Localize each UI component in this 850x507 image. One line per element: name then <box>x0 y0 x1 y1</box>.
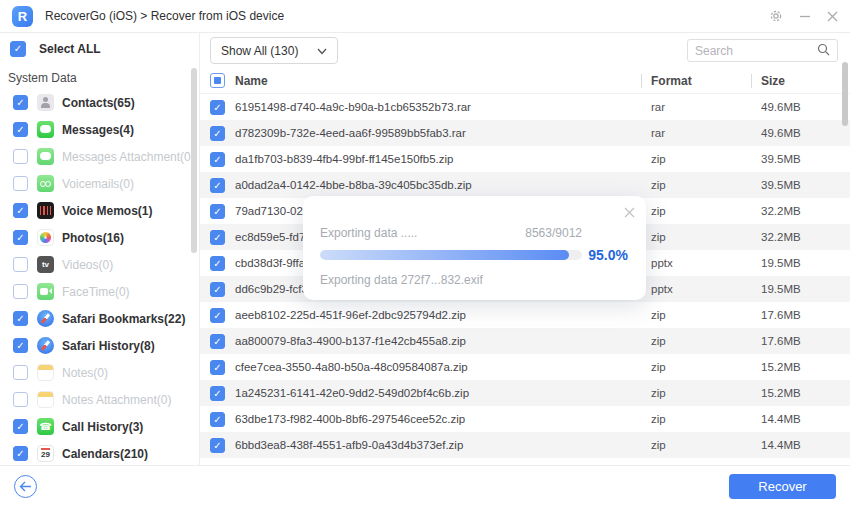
category-label: Safari Bookmarks(22) <box>62 312 185 326</box>
row-checkbox[interactable] <box>210 230 225 245</box>
table-row[interactable]: da1fb703-b839-4fb4-99bf-ff145e150fb5.zip… <box>200 146 850 172</box>
table-row[interactable]: aa800079-8fa3-4900-b137-f1e42cb455a8.zip… <box>200 328 850 354</box>
sidebar-category-item[interactable]: Calendars(210) <box>0 440 199 467</box>
breadcrumb: RecoverGo (iOS) > Recover from iOS devic… <box>45 9 284 23</box>
photos-icon <box>37 229 54 246</box>
recover-button[interactable]: Recover <box>729 474 836 499</box>
category-checkbox[interactable] <box>13 122 28 137</box>
category-checkbox[interactable] <box>13 230 28 245</box>
column-header-format[interactable]: Format <box>645 74 755 88</box>
notes-icon <box>37 364 54 381</box>
category-label: Safari History(8) <box>62 339 155 353</box>
search-input[interactable] <box>695 44 817 58</box>
category-checkbox[interactable] <box>13 419 28 434</box>
category-checkbox[interactable] <box>13 95 28 110</box>
gear-icon[interactable] <box>769 9 783 23</box>
sidebar-category-item[interactable]: Notes(0) <box>0 359 199 386</box>
row-checkbox[interactable] <box>210 438 225 453</box>
search-box[interactable] <box>687 39 838 62</box>
section-label-system-data: System Data <box>0 65 199 89</box>
column-header-size[interactable]: Size <box>755 74 850 88</box>
row-checkbox[interactable] <box>210 256 225 271</box>
file-size: 17.6MB <box>755 335 850 347</box>
facetime-icon <box>37 283 54 300</box>
sidebar-category-item[interactable]: Videos(0) <box>0 251 199 278</box>
file-format: zip <box>645 335 755 347</box>
row-checkbox[interactable] <box>210 334 225 349</box>
footer-bar: Recover <box>0 465 850 507</box>
table-row[interactable]: 6bbd3ea8-438f-4551-afb9-0a43d4b373ef.zip… <box>200 432 850 458</box>
table-row[interactable]: aeeb8102-225d-451f-96ef-2dbc925794d2.zip… <box>200 302 850 328</box>
category-label: Voice Memos(1) <box>62 204 152 218</box>
category-checkbox[interactable] <box>13 284 28 299</box>
category-checkbox[interactable] <box>13 338 28 353</box>
column-header-name[interactable]: Name <box>235 74 645 88</box>
row-checkbox[interactable] <box>210 308 225 323</box>
header-select-all-checkbox[interactable] <box>210 73 225 88</box>
file-size: 39.5MB <box>755 179 850 191</box>
category-checkbox[interactable] <box>13 149 28 164</box>
title-bar: R RecoverGo (iOS) > Recover from iOS dev… <box>0 0 850 33</box>
table-row[interactable]: 63dbe173-f982-400b-8bf6-297546cee52c.zip… <box>200 406 850 432</box>
file-format: pptx <box>645 283 755 295</box>
category-label: Notes(0) <box>62 366 108 380</box>
table-row[interactable]: cfee7cea-3550-4a80-b50a-48c09584087a.zip… <box>200 354 850 380</box>
sidebar-category-item[interactable]: FaceTime(0) <box>0 278 199 305</box>
category-checkbox[interactable] <box>13 176 28 191</box>
category-label: FaceTime(0) <box>62 285 130 299</box>
select-all-checkbox[interactable] <box>10 41 26 57</box>
search-icon[interactable] <box>817 42 830 60</box>
category-checkbox[interactable] <box>13 311 28 326</box>
file-size: 49.6MB <box>755 127 850 139</box>
table-row[interactable]: a0dad2a4-0142-4bbe-b8ba-39c405bc35db.zip… <box>200 172 850 198</box>
row-checkbox[interactable] <box>210 152 225 167</box>
close-icon[interactable] <box>827 11 838 22</box>
select-all-row[interactable]: Select ALL <box>0 33 199 65</box>
file-name: da1fb703-b839-4fb4-99bf-ff145e150fb5.zip <box>235 153 645 165</box>
file-name: cfee7cea-3550-4a80-b50a-48c09584087a.zip <box>235 361 645 373</box>
sidebar-category-item[interactable]: Notes Attachment(0) <box>0 386 199 413</box>
file-format: pptx <box>645 257 755 269</box>
file-format: rar <box>645 101 755 113</box>
row-checkbox[interactable] <box>210 204 225 219</box>
sidebar-category-item[interactable]: Call History(3) <box>0 413 199 440</box>
file-name: 6bbd3ea8-438f-4551-afb9-0a43d4b373ef.zip <box>235 439 645 451</box>
chevron-down-icon <box>317 44 327 58</box>
row-checkbox[interactable] <box>210 126 225 141</box>
sidebar-category-item[interactable]: Photos(16) <box>0 224 199 251</box>
table-row[interactable]: 61951498-d740-4a9c-b90a-b1cb65352b73.rar… <box>200 94 850 120</box>
row-checkbox[interactable] <box>210 178 225 193</box>
row-checkbox[interactable] <box>210 282 225 297</box>
file-format: zip <box>645 387 755 399</box>
category-checkbox[interactable] <box>13 365 28 380</box>
export-current-file: Exporting data 272f7...832.exif <box>320 273 628 287</box>
main-toolbar: Show All (130) <box>200 33 850 68</box>
sidebar-category-item[interactable]: Voice Memos(1) <box>0 197 199 224</box>
table-scrollbar[interactable] <box>842 62 848 126</box>
sidebar-category-item[interactable]: Messages(4) <box>0 116 199 143</box>
row-checkbox[interactable] <box>210 412 225 427</box>
category-checkbox[interactable] <box>13 392 28 407</box>
row-checkbox[interactable] <box>210 360 225 375</box>
category-label: Messages(4) <box>62 123 134 137</box>
category-checkbox[interactable] <box>13 203 28 218</box>
sidebar-scrollbar[interactable] <box>191 68 197 253</box>
row-checkbox[interactable] <box>210 386 225 401</box>
file-format: zip <box>645 361 755 373</box>
sidebar-category-item[interactable]: Voicemails(0) <box>0 170 199 197</box>
category-checkbox[interactable] <box>13 257 28 272</box>
file-size: 15.2MB <box>755 361 850 373</box>
row-checkbox[interactable] <box>210 100 225 115</box>
table-row[interactable]: d782309b-732e-4eed-aa6f-99589bb5fab3.rar… <box>200 120 850 146</box>
filter-dropdown[interactable]: Show All (130) <box>210 37 338 64</box>
sidebar-category-item[interactable]: Contacts(65) <box>0 89 199 116</box>
sidebar-category-item[interactable]: Safari Bookmarks(22) <box>0 305 199 332</box>
back-button[interactable] <box>14 475 37 498</box>
minimize-icon[interactable] <box>799 10 811 22</box>
sidebar-category-item[interactable]: Safari History(8) <box>0 332 199 359</box>
dialog-close-icon[interactable] <box>624 204 635 222</box>
sidebar-category-item[interactable]: Messages Attachment(0) <box>0 143 199 170</box>
export-status-label: Exporting data ..... <box>320 226 417 240</box>
category-checkbox[interactable] <box>13 446 28 461</box>
table-row[interactable]: 1a245231-6141-42e0-9dd2-549d02bf4c6b.zip… <box>200 380 850 406</box>
